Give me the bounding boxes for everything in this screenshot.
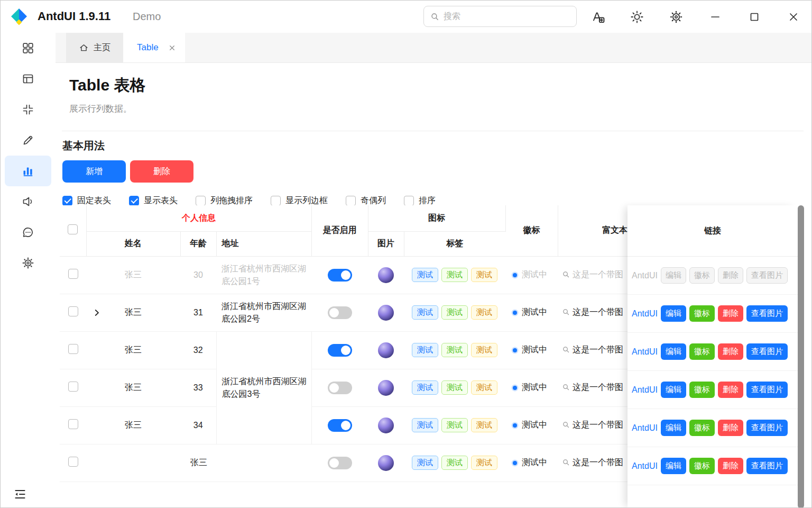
antdui-link[interactable]: AntdUI — [632, 271, 658, 280]
edit-button[interactable]: 编辑 — [661, 458, 686, 474]
rich-text: 这是一个带图 — [573, 383, 623, 392]
badge-button[interactable]: 徽标 — [689, 343, 715, 360]
sidebar-item-edit[interactable] — [5, 125, 51, 156]
row-checkbox[interactable] — [68, 269, 78, 279]
badge-button[interactable]: 徽标 — [689, 458, 715, 474]
enable-switch[interactable] — [328, 269, 352, 282]
column-header-name: 姓名 — [86, 231, 180, 256]
edit-button[interactable]: 编辑 — [661, 267, 686, 284]
tag: 测试 — [441, 305, 468, 320]
tab-home[interactable]: 主页 — [66, 33, 123, 62]
collapse-menu-icon[interactable] — [13, 487, 27, 501]
view-image-button[interactable]: 查看图片 — [746, 305, 788, 322]
vertical-scrollbar[interactable] — [798, 205, 804, 508]
checkbox-box[interactable] — [196, 196, 206, 206]
edit-button[interactable]: 编辑 — [661, 343, 686, 360]
edit-button[interactable]: 编辑 — [661, 420, 686, 436]
tag: 测试 — [441, 343, 468, 357]
tag: 测试 — [412, 418, 438, 432]
option-checkbox[interactable]: 显示列边框 — [271, 195, 328, 206]
checkbox-box[interactable] — [129, 196, 139, 206]
switch-knob — [341, 270, 350, 280]
antdui-link[interactable]: AntdUI — [632, 423, 658, 433]
search-box[interactable] — [423, 6, 577, 27]
tab-table[interactable]: Table — [123, 33, 185, 62]
select-all-checkbox[interactable] — [68, 224, 78, 234]
settings-gear-icon[interactable] — [669, 10, 684, 24]
row-delete-button[interactable]: 删除 — [718, 458, 743, 474]
badge-dot — [513, 423, 517, 428]
cell-address: 浙江省杭州市西湖区湖底公园2号 — [216, 294, 311, 331]
badge-button[interactable]: 徽标 — [689, 305, 715, 322]
sidebar-item-layout[interactable] — [5, 64, 51, 94]
enable-switch[interactable] — [328, 382, 352, 394]
maximize-button[interactable] — [747, 10, 762, 24]
theme-sun-icon[interactable] — [630, 10, 644, 24]
cell-age: 30 — [180, 256, 216, 294]
row-checkbox[interactable] — [68, 306, 78, 316]
sidebar-item-announcement[interactable] — [5, 186, 51, 217]
tag: 测试 — [441, 380, 468, 395]
switch-knob — [329, 308, 339, 318]
antdui-link[interactable]: AntdUI — [632, 461, 658, 471]
sidebar-item-messages[interactable] — [5, 217, 51, 248]
row-checkbox[interactable] — [68, 419, 78, 429]
row-delete-button[interactable]: 删除 — [718, 305, 743, 322]
edit-button[interactable]: 编辑 — [661, 305, 686, 322]
text-size-icon[interactable] — [590, 10, 605, 24]
column-group-icon: 图标 — [368, 205, 505, 231]
row-delete-button[interactable]: 删除 — [718, 267, 743, 284]
delete-button[interactable]: 删除 — [130, 160, 193, 183]
add-button[interactable]: 新增 — [62, 160, 126, 183]
antdui-link[interactable]: AntdUI — [632, 347, 658, 357]
row-delete-button[interactable]: 删除 — [718, 343, 743, 360]
tab-close-icon[interactable] — [169, 44, 176, 51]
view-image-button[interactable]: 查看图片 — [746, 267, 788, 284]
minimize-button[interactable] — [708, 10, 723, 24]
sidebar-item-table-charts[interactable] — [5, 156, 51, 186]
switch-knob — [341, 346, 350, 355]
view-image-button[interactable]: 查看图片 — [746, 458, 788, 474]
enable-switch[interactable] — [328, 419, 352, 432]
edit-button[interactable]: 编辑 — [661, 382, 686, 398]
view-image-button[interactable]: 查看图片 — [746, 343, 788, 360]
checkbox-box[interactable] — [404, 196, 414, 206]
expand-row-icon[interactable] — [93, 309, 101, 317]
option-checkbox[interactable]: 排序 — [404, 195, 436, 206]
tag: 测试 — [471, 305, 497, 320]
row-checkbox[interactable] — [68, 344, 78, 354]
search-input[interactable] — [444, 12, 570, 21]
magnifier-icon — [562, 421, 570, 429]
row-delete-button[interactable]: 删除 — [718, 420, 743, 436]
antdui-link[interactable]: AntdUI — [632, 309, 658, 319]
sidebar-item-settings[interactable] — [5, 248, 51, 278]
badge-button[interactable]: 徽标 — [689, 267, 715, 284]
checkbox-box[interactable] — [271, 196, 281, 206]
row-delete-button[interactable]: 删除 — [718, 382, 743, 398]
option-checkbox[interactable]: 列拖拽排序 — [196, 195, 253, 206]
enable-switch[interactable] — [328, 344, 352, 357]
option-checkbox[interactable]: 显示表头 — [129, 195, 178, 206]
badge-text: 测试中 — [522, 420, 547, 429]
action-buttons: 新增 删除 — [62, 160, 811, 183]
sidebar-item-compress[interactable] — [5, 94, 51, 125]
checkbox-box[interactable] — [62, 196, 72, 206]
antdui-link[interactable]: AntdUI — [632, 385, 658, 395]
badge-dot — [513, 348, 517, 352]
option-checkbox[interactable]: 固定表头 — [62, 195, 111, 206]
enable-switch[interactable] — [328, 306, 352, 319]
option-checkbox[interactable]: 奇偶列 — [346, 195, 386, 206]
sidebar-item-overview[interactable] — [5, 33, 51, 64]
badge-button[interactable]: 徽标 — [689, 420, 715, 436]
cell-age: 32 — [180, 331, 216, 369]
checkbox-box[interactable] — [346, 196, 356, 206]
row-checkbox[interactable] — [68, 457, 78, 467]
badge-button[interactable]: 徽标 — [689, 382, 715, 398]
links-row: AntdUI编辑徽标删除查看图片 — [628, 409, 798, 447]
pencil-icon — [22, 134, 34, 147]
row-checkbox[interactable] — [68, 382, 78, 392]
view-image-button[interactable]: 查看图片 — [746, 382, 788, 398]
view-image-button[interactable]: 查看图片 — [746, 420, 788, 436]
enable-switch[interactable] — [328, 457, 352, 469]
close-button[interactable] — [786, 10, 801, 24]
